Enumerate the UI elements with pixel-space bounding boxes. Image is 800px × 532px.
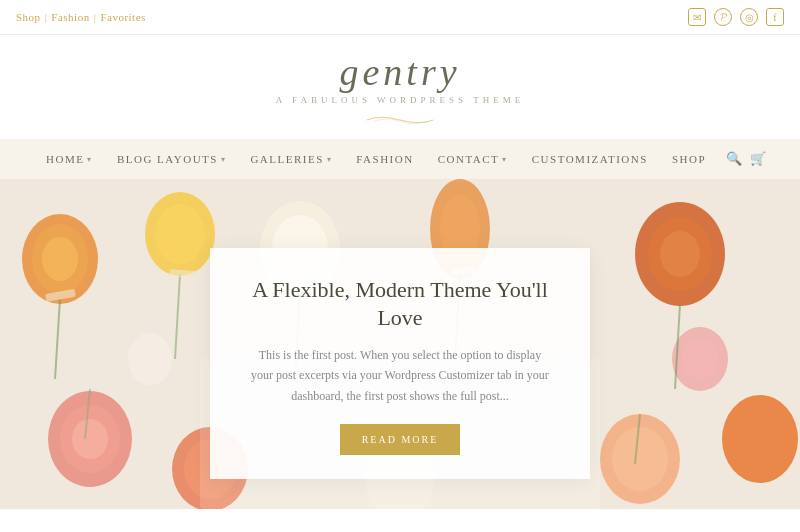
svg-line-31	[85, 389, 90, 439]
fashion-link[interactable]: Fashion	[51, 11, 89, 23]
instagram-icon[interactable]: ◎	[740, 8, 758, 26]
svg-line-30	[675, 304, 680, 389]
nav-shop[interactable]: SHOP	[660, 139, 718, 179]
read-more-button[interactable]: READ MORE	[340, 424, 461, 455]
facebook-icon[interactable]: f	[766, 8, 784, 26]
svg-line-27	[175, 274, 180, 359]
cart-icon[interactable]: 🛒	[750, 151, 766, 167]
nav-galleries[interactable]: GALLERIES ▾	[238, 139, 344, 179]
sep2: |	[94, 11, 97, 23]
top-bar-links: Shop | Fashion | Favorites	[16, 11, 146, 23]
hero-title: A Flexible, Modern Theme You'll Love	[250, 276, 550, 333]
nav-home[interactable]: HOME ▾	[34, 139, 105, 179]
nav-contact[interactable]: CONTACT ▾	[426, 139, 520, 179]
svg-point-10	[635, 202, 725, 306]
logo-area: gentry A Fabulous WordPress Theme	[0, 35, 800, 139]
main-nav: HOME ▾ BLOG LAYOUTS ▾ GALLERIES ▾ FASHIO…	[0, 139, 800, 179]
svg-point-1	[22, 214, 98, 304]
svg-point-3	[42, 237, 78, 281]
contact-chevron-icon: ▾	[502, 155, 508, 164]
svg-point-21	[722, 395, 798, 483]
nav-customizations[interactable]: CUSTOMIZATIONS	[520, 139, 660, 179]
svg-line-26	[55, 299, 60, 379]
hero-card: A Flexible, Modern Theme You'll Love Thi…	[210, 248, 590, 479]
home-chevron-icon: ▾	[87, 155, 93, 164]
email-icon[interactable]: ✉	[688, 8, 706, 26]
sep1: |	[45, 11, 48, 23]
site-subtitle: A Fabulous WordPress Theme	[0, 95, 800, 105]
svg-point-12	[660, 231, 700, 277]
shop-link[interactable]: Shop	[16, 11, 41, 23]
nav-blog-layouts[interactable]: BLOG LAYOUTS ▾	[105, 139, 239, 179]
svg-line-32	[635, 414, 640, 464]
svg-point-11	[648, 217, 712, 291]
nav-utilities: 🔍 🛒	[726, 151, 766, 167]
blog-chevron-icon: ▾	[221, 155, 227, 164]
site-title: gentry	[0, 53, 800, 91]
svg-rect-34	[169, 269, 198, 278]
hero-excerpt: This is the first post. When you select …	[250, 345, 550, 406]
svg-point-19	[600, 414, 680, 504]
logo-divider	[360, 111, 440, 129]
svg-point-22	[128, 333, 172, 385]
svg-point-14	[60, 405, 120, 473]
hero-section: A Flexible, Modern Theme You'll Love Thi…	[0, 179, 800, 509]
svg-point-25	[682, 339, 718, 379]
svg-point-13	[48, 391, 132, 487]
galleries-chevron-icon: ▾	[327, 155, 333, 164]
svg-point-4	[145, 192, 215, 276]
favorites-link[interactable]: Favorites	[100, 11, 145, 23]
svg-rect-33	[45, 289, 76, 302]
nav-fashion[interactable]: FASHION	[344, 139, 425, 179]
svg-point-5	[155, 204, 205, 264]
svg-point-15	[72, 419, 108, 459]
svg-point-2	[32, 224, 88, 294]
pinterest-icon[interactable]: 𝓟	[714, 8, 732, 26]
top-bar: Shop | Fashion | Favorites ✉ 𝓟 ◎ f	[0, 0, 800, 35]
social-icons: ✉ 𝓟 ◎ f	[688, 8, 784, 26]
search-icon[interactable]: 🔍	[726, 151, 742, 167]
svg-point-20	[612, 427, 668, 491]
svg-point-24	[672, 327, 728, 391]
